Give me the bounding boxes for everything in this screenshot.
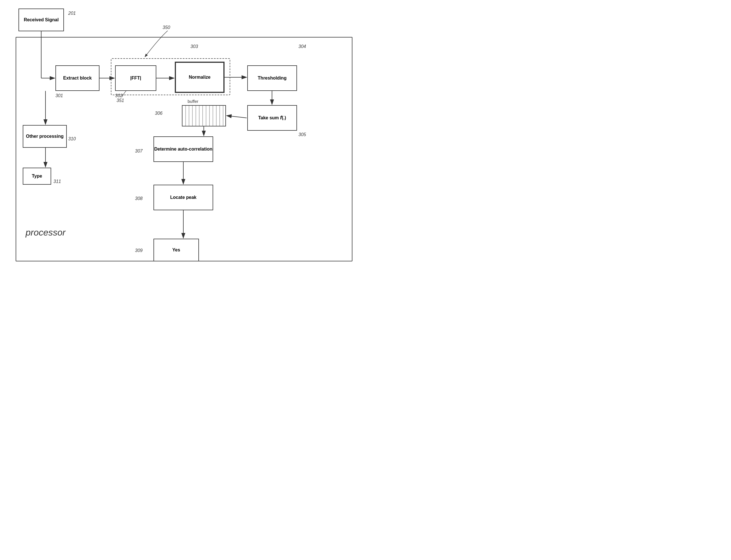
extract-block-label: Extract block [63,75,91,81]
received-signal-label: Received Signal [24,17,59,23]
ref-306: 306 [155,111,162,116]
type-label: Type [32,173,42,179]
autocorr-block: Determine auto-correlation [153,136,213,162]
buffer-label: buffer [187,99,198,104]
ref-309: 309 [135,248,143,253]
fft-block: |FFT| [115,65,156,91]
diagram-container: Received Signal 201 processor Extract bl… [0,0,366,280]
ref-301: 301 [55,93,63,98]
normalize-label: Normalize [189,74,210,80]
ref-303: 303 [190,44,198,49]
normalize-block: Normalize [175,62,224,93]
thresholding-label: Thresholding [258,75,286,81]
extract-block: Extract block [55,65,99,91]
other-processing-label: Other processing [26,134,63,140]
yes-block: Yes [153,239,199,261]
thresholding-block: Thresholding [247,65,297,91]
processor-label: processor [26,227,66,238]
ref-302: 302 [115,93,123,98]
ref-304: 304 [298,44,306,49]
received-signal-block: Received Signal [18,9,64,31]
ref-308: 308 [135,196,143,201]
ref-311: 311 [53,179,61,184]
ref-307: 307 [135,149,143,154]
buffer-box [182,105,226,126]
ref-351: 351 [116,98,124,103]
locate-peak-label: Locate peak [170,195,196,201]
locate-peak-block: Locate peak [153,185,213,210]
takesum-label: Take sum f(.) [258,115,286,121]
autocorr-label: Determine auto-correlation [154,146,212,152]
ref-305: 305 [298,132,306,137]
yes-label: Yes [172,247,180,253]
other-processing-block: Other processing [23,125,67,148]
takesum-block: Take sum f(.) [247,105,297,131]
ref-310: 310 [68,136,76,141]
fft-label: |FFT| [130,75,141,81]
ref-350: 350 [162,25,170,30]
ref-201: 201 [68,11,76,16]
type-block: Type [23,168,51,185]
